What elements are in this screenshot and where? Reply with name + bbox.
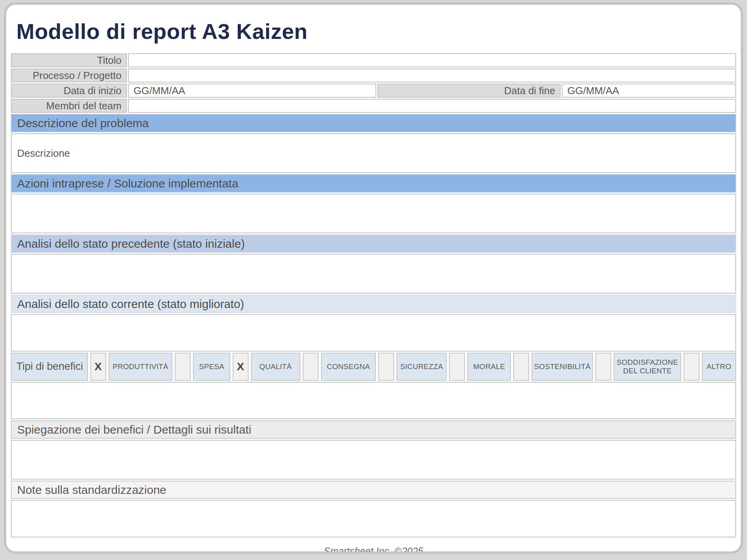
data-fine-input[interactable]: GG/MM/AA bbox=[562, 84, 736, 98]
data-fine-label: Data di fine bbox=[377, 84, 561, 98]
benefit-label-qualita: QUALITÀ bbox=[251, 353, 300, 381]
stato-corrente-area[interactable] bbox=[11, 314, 736, 352]
data-inizio-label: Data di inizio bbox=[11, 84, 127, 98]
membri-team-input[interactable] bbox=[128, 99, 736, 113]
benefit-label-produttivita: PRODUTTIVITÀ bbox=[109, 353, 173, 381]
benefit-check-spesa[interactable] bbox=[175, 353, 191, 381]
descrizione-problema-area[interactable]: Descrizione bbox=[11, 133, 736, 173]
section-header-azioni-intraprese: Azioni intraprese / Soluzione implementa… bbox=[11, 174, 736, 192]
benefit-label-spesa: SPESA bbox=[193, 353, 230, 381]
benefit-label-consegna: CONSEGNA bbox=[321, 353, 376, 381]
benefit-check-altro[interactable] bbox=[684, 353, 700, 381]
benefit-check-qualita[interactable]: X bbox=[233, 353, 249, 381]
section-header-descrizione-problema: Descrizione del problema bbox=[11, 114, 736, 132]
section-header-stato-precedente: Analisi dello stato precedente (stato in… bbox=[11, 234, 736, 253]
benefit-label-sicurezza: SICUREZZA bbox=[396, 353, 447, 381]
benefits-row-label: Tipi di benefici bbox=[11, 353, 88, 381]
benefit-label-soddisfazione-cliente: SODDISFAZIONE DEL CLIENTE bbox=[614, 353, 681, 381]
benefit-check-morale[interactable] bbox=[449, 353, 465, 381]
form-row-processo: Processo / Progetto bbox=[11, 68, 736, 82]
stato-precedente-area[interactable] bbox=[11, 254, 736, 294]
data-inizio-input[interactable]: GG/MM/AA bbox=[128, 84, 376, 98]
benefits-row: Tipi di benefici X PRODUTTIVITÀ SPESA X … bbox=[11, 353, 736, 381]
copyright-footer: Smartsheet Inc. ©2025 bbox=[11, 537, 736, 554]
page-title: Modello di report A3 Kaizen bbox=[16, 19, 736, 44]
section-header-note-standardizzazione: Note sulla standardizzazione bbox=[11, 481, 736, 499]
section-header-spiegazione-benefici: Spiegazione dei benefici / Dettagli sui … bbox=[11, 420, 736, 439]
azioni-intraprese-area[interactable] bbox=[11, 194, 736, 233]
benefit-check-consegna[interactable] bbox=[303, 353, 319, 381]
section-header-stato-corrente: Analisi dello stato corrente (stato migl… bbox=[11, 295, 736, 313]
benefit-label-altro: ALTRO bbox=[702, 353, 736, 381]
spiegazione-benefici-area[interactable] bbox=[11, 440, 736, 480]
form-row-titolo: Titolo bbox=[11, 53, 736, 67]
note-standardizzazione-area[interactable] bbox=[11, 500, 736, 537]
form-row-team: Membri del team bbox=[11, 99, 736, 113]
benefit-check-soddisfazione-cliente[interactable] bbox=[595, 353, 611, 381]
titolo-input[interactable] bbox=[128, 53, 736, 67]
membri-team-label: Membri del team bbox=[11, 99, 127, 113]
benefit-label-sostenibilita: SOSTENIBILITÀ bbox=[531, 353, 593, 381]
benefits-notes-area[interactable] bbox=[11, 382, 736, 419]
benefit-check-sicurezza[interactable] bbox=[378, 353, 394, 381]
processo-input[interactable] bbox=[128, 68, 736, 82]
benefit-check-produttivita[interactable]: X bbox=[90, 353, 106, 381]
processo-label: Processo / Progetto bbox=[11, 68, 127, 82]
benefit-label-morale: MORALE bbox=[467, 353, 511, 381]
benefit-check-sostenibilita[interactable] bbox=[513, 353, 529, 381]
titolo-label: Titolo bbox=[11, 53, 127, 67]
form-body: Titolo Processo / Progetto Data di inizi… bbox=[11, 53, 736, 537]
form-row-date: Data di inizio GG/MM/AA Data di fine GG/… bbox=[11, 84, 736, 98]
report-page: Modello di report A3 Kaizen Titolo Proce… bbox=[4, 2, 743, 554]
